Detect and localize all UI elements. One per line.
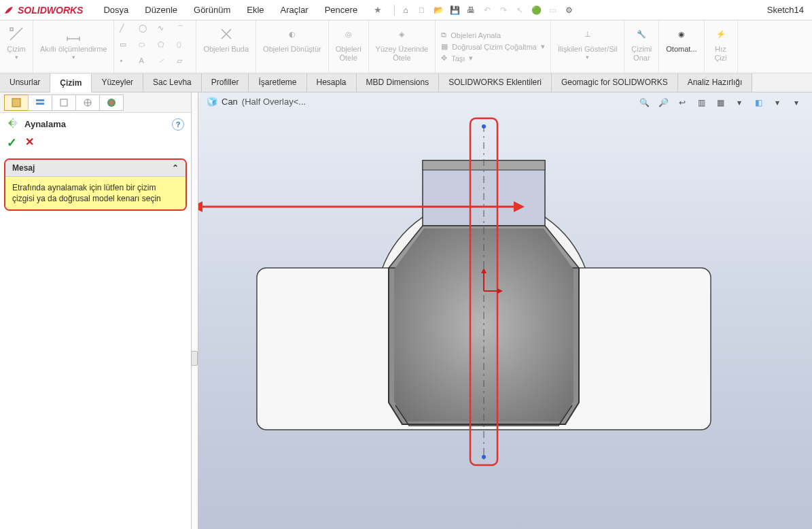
message-header[interactable]: Mesaj ⌃	[5, 160, 186, 177]
svg-point-5	[107, 99, 116, 107]
ribbon-convert-label: Objeleri Dönüştür	[263, 45, 321, 54]
ribbon-repair[interactable]: 🔧 Çizimi Onar	[624, 20, 659, 73]
circle-tool-icon[interactable]: ◯	[139, 24, 152, 35]
document-name: Sketch14	[767, 5, 809, 15]
ribbon-smart-dim-label: Akıllı ölçümlendirme	[40, 45, 107, 54]
tab-sketch[interactable]: Çizim	[50, 74, 92, 92]
tab-mbd[interactable]: MBD Dimensions	[357, 73, 440, 92]
collapse-caret-icon[interactable]: ⌃	[172, 163, 179, 173]
pm-header: Aynalama ?	[0, 113, 191, 135]
annotation-arrow	[198, 194, 538, 222]
menu-edit[interactable]: Düzenle	[137, 1, 186, 19]
menu-bar: SOLIDWORKS Dosya Düzenle Görünüm Ekle Ar…	[0, 0, 812, 20]
open-icon[interactable]: 📂	[431, 3, 445, 17]
ribbon-smart-dim[interactable]: Akıllı ölçümlendirme ▾	[33, 20, 114, 73]
auto-icon: ◉	[672, 24, 691, 44]
relations-icon: ⊥	[578, 24, 597, 44]
pm-title: Aynalama	[24, 119, 166, 129]
ribbon-sketch[interactable]: Çizim ▾	[0, 20, 33, 73]
dimxpert-tab[interactable]	[75, 95, 100, 111]
ribbon-repair-label: Çizimi Onar	[631, 45, 652, 62]
ok-button[interactable]: ✓	[7, 135, 17, 150]
tab-analysis[interactable]: Analiz Hazırlığı	[678, 73, 753, 92]
tab-markup[interactable]: İşaretleme	[249, 73, 306, 92]
menu-view[interactable]: Görünüm	[186, 1, 239, 19]
feature-manager-tab[interactable]	[4, 95, 29, 111]
display-manager-tab[interactable]	[99, 95, 124, 111]
select-icon[interactable]: ↖	[513, 3, 527, 17]
arc-tool-icon[interactable]: ⌒	[177, 24, 190, 35]
svg-point-12	[482, 455, 486, 459]
ribbon-offset-label: Objeleri Ötele	[336, 45, 361, 62]
ribbon-move-label: Taşı	[451, 54, 465, 63]
sketch-icon	[7, 24, 26, 44]
tab-surfaces[interactable]: Yüzeyler	[92, 73, 143, 92]
ribbon-auto[interactable]: ◉ Otomat...	[659, 20, 704, 73]
new-doc-icon[interactable]: 🗋	[415, 3, 429, 17]
side-flyout-bar[interactable]	[192, 92, 198, 529]
plane-tool-icon[interactable]: ▱	[177, 56, 190, 67]
tab-sheetmetal[interactable]: Sac Levha	[143, 73, 202, 92]
ribbon-auto-label: Otomat...	[666, 45, 696, 54]
ellipse-tool-icon[interactable]: ⬯	[177, 40, 190, 51]
flyout-handle[interactable]	[191, 351, 198, 366]
point-tool-icon[interactable]: •	[120, 56, 133, 67]
spline-tool-icon[interactable]: ∿	[158, 24, 171, 35]
repair-icon: 🔧	[632, 24, 651, 44]
menu-file[interactable]: Dosya	[95, 1, 137, 19]
undo-icon[interactable]: ↶	[480, 3, 494, 17]
svg-rect-2	[36, 103, 44, 105]
tab-evaluate[interactable]: Hesapla	[307, 73, 357, 92]
tab-features[interactable]: Unsurlar	[0, 73, 50, 92]
ribbon-convert[interactable]: ◐ Objeleri Dönüştür	[256, 20, 329, 73]
fillet-tool-icon[interactable]: ⟋	[158, 56, 171, 67]
home-icon[interactable]: ⌂	[399, 3, 412, 17]
polygon-tool-icon[interactable]: ⬠	[158, 40, 171, 51]
ribbon-mirror[interactable]: ⧉Objeleri Aynala	[441, 31, 545, 39]
mirror-pm-icon	[7, 117, 19, 131]
menu-insert[interactable]: Ekle	[239, 1, 272, 19]
line-tool-icon[interactable]: ╱	[120, 24, 133, 35]
brand-text: SOLIDWORKS	[18, 5, 83, 16]
redo-icon[interactable]: ↷	[497, 3, 510, 17]
ribbon-speed[interactable]: ⚡ Hız Çizi	[705, 20, 738, 73]
svg-marker-18	[198, 201, 202, 212]
speed-icon: ⚡	[711, 24, 730, 44]
config-manager-tab[interactable]	[52, 95, 76, 111]
ribbon-speed-label: Hız	[715, 45, 726, 54]
cancel-button[interactable]: ✕	[25, 135, 34, 150]
pm-actions: ✓ ✕	[0, 135, 191, 156]
tab-profiles[interactable]: Profiller	[202, 73, 249, 92]
linear-pattern-icon: ▦	[441, 42, 448, 51]
property-manager-tab[interactable]	[28, 95, 52, 111]
save-icon[interactable]: 💾	[448, 3, 461, 17]
slot-tool-icon[interactable]: ⬭	[139, 40, 152, 51]
rect-tool-icon[interactable]: ▭	[120, 40, 133, 51]
text-tool-icon[interactable]: A	[139, 56, 152, 67]
print-icon[interactable]: 🖶	[464, 3, 478, 17]
ribbon-linear-pattern[interactable]: ▦Doğrusal Çizim Çoğaltma ▾	[441, 42, 545, 51]
tab-addins[interactable]: SOLIDWORKS Eklentileri	[439, 73, 552, 92]
menu-star[interactable]: ★	[366, 1, 390, 19]
menu-tools[interactable]: Araçlar	[272, 1, 317, 19]
tab-geomagic[interactable]: Geomagic for SOLIDWORKS	[552, 73, 678, 92]
ribbon-relations[interactable]: ⊥ İlişkileri Göster/Sil ▾	[551, 20, 624, 73]
help-icon[interactable]: ?	[172, 118, 184, 131]
svg-rect-1	[36, 99, 44, 101]
ribbon-offset[interactable]: ◎ Objeleri Ötele	[329, 20, 369, 73]
menu-window[interactable]: Pencere	[317, 1, 366, 19]
ribbon-move[interactable]: ✥Taşı ▾	[441, 54, 545, 63]
ribbon-surface-offset[interactable]: ◈ Yüzey Üzerinde Ötele	[369, 20, 436, 73]
rebuild-icon[interactable]: 🟢	[529, 3, 543, 17]
solidworks-logo-icon	[3, 4, 15, 16]
command-ribbon: Çizim ▾ Akıllı ölçümlendirme ▾ ╱ ◯ ∿ ⌒ ▭…	[0, 20, 812, 73]
smart-dimension-icon	[64, 24, 83, 44]
settings-gear-icon[interactable]: ⚙	[562, 3, 576, 17]
ribbon-trim[interactable]: Objeleri Buda	[196, 20, 256, 73]
options-pane-icon[interactable]: ▭	[546, 3, 559, 17]
ribbon-relations-label: İlişkileri Göster/Sil	[558, 45, 617, 54]
graphics-viewport[interactable]: 🧊 Can (Half Overlay<... 🔍 🔎 ↩ ▥ ▦ ▾ ◧ ▾ …	[198, 92, 812, 529]
ribbon-mirror-label: Objeleri Aynala	[451, 31, 501, 39]
svg-rect-0	[12, 99, 20, 107]
quick-access-toolbar: ⌂ 🗋 📂 💾 🖶 ↶ ↷ ↖ 🟢 ▭ ⚙ Sketch14	[399, 3, 809, 17]
